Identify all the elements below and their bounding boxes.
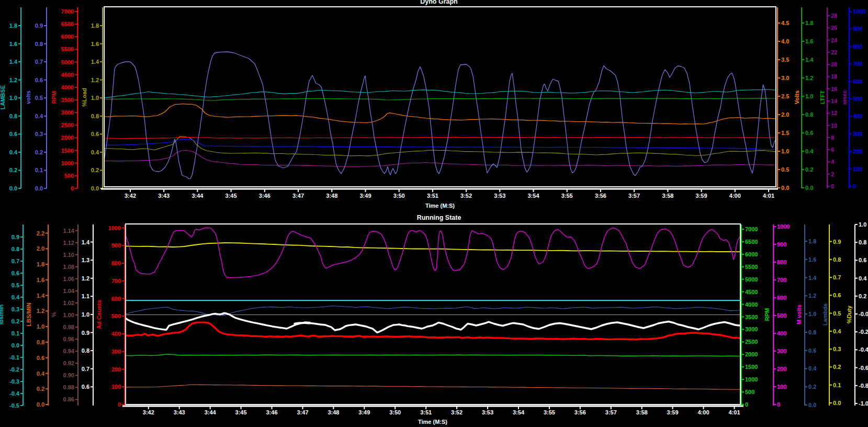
svg-text:3:51: 3:51 [427,193,438,199]
svg-text:0.4: 0.4 [37,370,45,377]
svg-text:2.0: 2.0 [37,245,44,252]
svg-text:4: 4 [831,159,835,165]
svg-text:0.4: 0.4 [859,275,867,282]
svg-text:200: 200 [111,366,121,373]
svg-text:3:57: 3:57 [605,409,617,415]
svg-text:0.6: 0.6 [12,270,19,276]
svg-text:1.2: 1.2 [9,77,17,83]
svg-text:2.2: 2.2 [37,230,44,237]
svg-text:0.2: 0.2 [12,318,19,324]
svg-text:0.5: 0.5 [12,282,19,288]
svg-text:-0.1: -0.1 [9,354,19,361]
svg-text:1.4: 1.4 [805,57,814,63]
svg-text:3:51: 3:51 [420,409,432,415]
svg-text:2.0: 2.0 [781,111,789,118]
svg-text:0.4: 0.4 [833,328,841,334]
svg-text:20: 20 [831,61,837,68]
svg-text:1.0: 1.0 [82,311,89,318]
svg-text:16: 16 [831,86,837,92]
svg-text:1.8: 1.8 [808,238,816,244]
svg-text:3.5: 3.5 [781,57,789,63]
svg-text:3:42: 3:42 [125,193,136,199]
svg-text:0.8: 0.8 [833,256,841,263]
svg-text:2500: 2500 [745,339,758,345]
svg-text:1.8: 1.8 [805,20,813,26]
svg-text:0.6: 0.6 [9,131,17,137]
svg-text:3000: 3000 [61,109,74,116]
svg-text:3:43: 3:43 [174,409,185,415]
svg-text:0.2: 0.2 [37,386,44,392]
svg-text:800: 800 [111,260,121,266]
svg-text:0.96: 0.96 [63,336,74,342]
svg-text:0.8: 0.8 [35,41,43,47]
svg-text:1.4: 1.4 [808,275,817,281]
svg-text:3:55: 3:55 [544,409,555,415]
svg-text:1.00: 1.00 [63,312,74,318]
svg-text:7000: 7000 [745,226,758,232]
svg-text:1500: 1500 [61,148,74,154]
svg-text:0.2: 0.2 [9,167,17,173]
svg-text:0.7: 0.7 [12,258,19,264]
svg-text:10: 10 [831,122,837,129]
svg-text:3:57: 3:57 [628,193,640,199]
svg-text:500: 500 [64,173,74,179]
svg-text:3:59: 3:59 [696,193,707,199]
svg-text:1500: 1500 [745,364,758,370]
svg-text:0.9: 0.9 [12,234,19,240]
svg-text:0.5: 0.5 [35,95,43,101]
svg-text:700: 700 [111,278,121,284]
svg-text:600: 600 [111,296,121,302]
svg-text:900: 900 [111,242,121,249]
svg-text:28: 28 [831,13,837,19]
svg-text:M volts: M volts [796,305,802,324]
svg-text:300: 300 [111,349,121,355]
svg-text:22: 22 [831,49,837,55]
svg-text:26: 26 [831,25,837,31]
svg-text:0.8: 0.8 [12,246,19,252]
svg-text:600: 600 [853,78,862,85]
svg-text:1000: 1000 [61,160,74,166]
svg-text:0.7: 0.7 [833,274,841,280]
svg-text:600: 600 [777,295,786,301]
svg-text:3:53: 3:53 [482,409,493,415]
svg-text:0.7: 0.7 [82,366,89,372]
svg-text:1.4: 1.4 [91,59,99,65]
svg-text:24: 24 [831,37,838,43]
svg-text:-0.5: -0.5 [9,402,19,409]
svg-text:1.0: 1.0 [91,95,99,101]
svg-text:0.2: 0.2 [805,166,813,173]
svg-text:3:52: 3:52 [451,409,463,415]
svg-text:200: 200 [853,148,862,154]
svg-text:1.08: 1.08 [63,264,74,270]
svg-text:0.3: 0.3 [12,306,19,312]
svg-text:1.6: 1.6 [805,38,813,44]
svg-text:700: 700 [853,61,862,67]
svg-text:3:42: 3:42 [143,409,154,415]
svg-text:-0.0: -0.0 [859,311,868,317]
svg-text:5500: 5500 [745,264,758,270]
svg-text:Ad Counts: Ad Counts [96,300,102,329]
svg-text:1.02: 1.02 [63,300,74,306]
svg-text:3:58: 3:58 [662,193,673,199]
svg-text:1.0: 1.0 [9,95,17,101]
svg-text:Dyno Graph: Dyno Graph [420,0,458,5]
svg-text:1.8: 1.8 [9,23,17,29]
svg-text:3:46: 3:46 [266,409,277,415]
svg-text:0.86: 0.86 [63,396,74,402]
svg-text:0.4: 0.4 [808,365,817,372]
svg-text:1.0: 1.0 [805,93,813,99]
svg-text:0.0: 0.0 [35,185,43,192]
svg-text:0.1: 0.1 [35,167,43,173]
svg-text:0.0: 0.0 [808,402,816,408]
svg-text:0.6: 0.6 [859,257,866,263]
svg-text:0: 0 [71,185,74,192]
svg-text:3:45: 3:45 [235,409,247,415]
svg-text:1.6: 1.6 [9,41,17,47]
svg-text:-1.0: -1.0 [859,400,868,407]
svg-text:3:45: 3:45 [226,193,237,199]
svg-text:1000: 1000 [777,223,790,230]
svg-text:3:46: 3:46 [259,193,270,199]
svg-text:-0.2: -0.2 [859,329,868,335]
svg-text:3:50: 3:50 [389,409,401,415]
svg-text:LBS/MIN: LBS/MIN [26,302,32,326]
